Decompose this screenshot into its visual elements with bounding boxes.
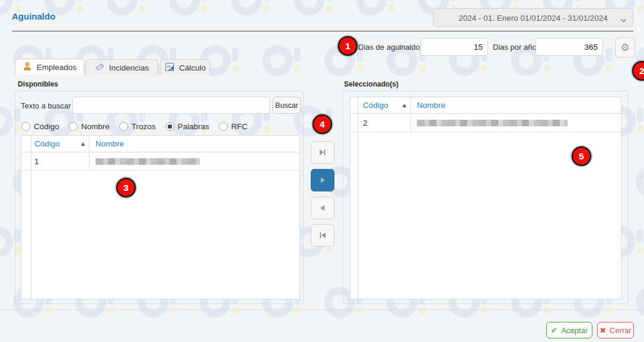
sort-ascending-icon: ▲ [403, 103, 406, 108]
selector-column-divider [31, 136, 31, 299]
close-x-icon: ✖ [600, 327, 606, 334]
title-divider [12, 31, 633, 31]
days-per-year-label: Dias por año [493, 43, 537, 52]
period-select[interactable]: 2024 - 01. Enero 01/01/2024 - 31/01/2024 [433, 8, 633, 27]
sort-ascending-icon: ▲ [81, 141, 85, 146]
codigo-cell: 1 [31, 152, 90, 170]
move-all-right-button[interactable] [311, 141, 334, 164]
available-table: Código ▲ Nombre 1 [21, 135, 300, 299]
codigo-cell: 2 [358, 114, 411, 132]
accept-button[interactable]: ✔ Aceptar [546, 322, 592, 338]
gear-icon: ⚙ [620, 43, 629, 53]
redacted-name [417, 120, 568, 126]
selected-section-label: Seleccionado(s) [344, 80, 398, 88]
annotation-marker-1: 1 [338, 36, 358, 56]
tag-icon [95, 62, 104, 73]
radio-rfc[interactable]: RFC [219, 122, 248, 131]
selected-table: Código ▲ Nombre 2 [350, 97, 621, 299]
settings-button[interactable]: ⚙ [615, 37, 635, 57]
radio-nombre[interactable]: Nombre [69, 122, 110, 131]
codigo-column-header[interactable]: Código ▲ [358, 97, 411, 113]
move-all-right-icon [319, 149, 326, 156]
bonus-days-label: Dias de aguinaldo [358, 43, 420, 52]
selected-table-header: Código ▲ Nombre [350, 97, 621, 114]
radio-button-icon [21, 122, 30, 131]
tab-incidencias[interactable]: Incidencias [85, 59, 158, 75]
function-icon: 15 fx [165, 62, 174, 73]
search-input[interactable] [72, 97, 270, 114]
search-mode-radios: Código Nombre Trozos Palabras RFC [21, 120, 248, 132]
move-right-button[interactable] [311, 169, 334, 191]
available-section-label: Disponibles [18, 80, 58, 88]
annotation-marker-3: 3 [116, 178, 136, 197]
chevron-down-icon [620, 16, 627, 25]
tab-label: Empleados [37, 63, 77, 72]
bonus-days-input[interactable] [420, 38, 488, 56]
move-all-left-button[interactable] [311, 224, 334, 247]
footer-divider [0, 309, 644, 310]
annotation-marker-4: 4 [313, 114, 332, 134]
svg-text:fx: fx [170, 67, 173, 71]
radio-button-selected-icon [165, 122, 174, 131]
table-row[interactable]: 2 [350, 114, 621, 132]
page-title: Aguinaldo [12, 11, 55, 21]
radio-button-icon [219, 122, 228, 131]
annotation-marker-2: 2 [632, 61, 644, 81]
move-left-button[interactable] [311, 197, 334, 219]
move-all-left-icon [319, 232, 326, 239]
radio-codigo[interactable]: Código [21, 122, 59, 131]
codigo-column-header[interactable]: Código ▲ [31, 136, 90, 152]
annotation-marker-5: 5 [572, 146, 591, 166]
radio-button-icon [119, 122, 128, 131]
period-select-value: 2024 - 01. Enero 01/01/2024 - 31/01/2024 [458, 14, 607, 23]
radio-trozos[interactable]: Trozos [119, 122, 156, 131]
redacted-name [95, 158, 200, 165]
move-left-icon [319, 204, 326, 212]
tab-label: Incidencias [109, 63, 149, 72]
tab-empleados[interactable]: Empleados [15, 59, 84, 75]
table-row[interactable]: 1 [21, 152, 299, 171]
check-icon: ✔ [551, 326, 558, 334]
nombre-column-header[interactable]: Nombre [90, 139, 299, 148]
available-table-header: Código ▲ Nombre [21, 136, 299, 152]
tab-calculo[interactable]: 15 fx Cálculo [160, 59, 211, 75]
nombre-cell [411, 120, 621, 126]
search-label: Texto a buscar [21, 101, 71, 110]
nombre-cell [90, 158, 299, 165]
search-button[interactable]: Buscar [273, 97, 301, 114]
move-right-icon [319, 177, 326, 184]
radio-button-icon [69, 122, 78, 131]
tab-label: Cálculo [179, 63, 206, 72]
nombre-column-header[interactable]: Nombre [411, 101, 621, 110]
radio-palabras[interactable]: Palabras [165, 122, 209, 131]
person-icon [23, 62, 32, 73]
close-button[interactable]: ✖ Cerrar [597, 322, 634, 338]
days-per-year-input[interactable] [535, 38, 603, 56]
selector-column-divider [358, 97, 358, 299]
